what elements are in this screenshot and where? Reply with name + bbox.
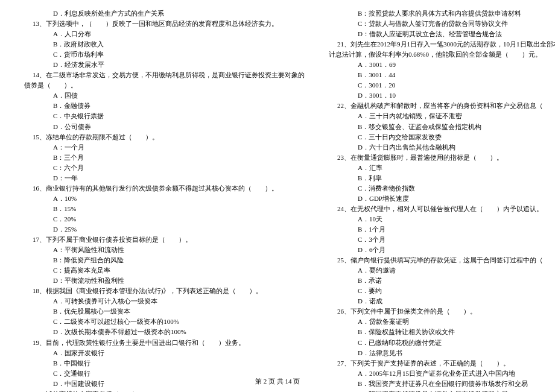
- option-line: B．承诺: [329, 276, 555, 286]
- option-line: C．三十日内交给国家发改委: [329, 132, 555, 142]
- option-line: A．国家开发银行: [24, 348, 305, 358]
- question-line: 27、下列关于资产支持证券的表述，不正确的是（ ）。: [329, 358, 555, 368]
- option-line: D．25%: [24, 224, 305, 235]
- document-page: D．利息反映所处生产方式的生产关系13、下列选项中，（ ）反映了一国和地区商品经…: [0, 0, 555, 392]
- option-line: D．GDP增长速度: [329, 194, 555, 204]
- question-line: 19、目前，代理政策性银行业务主要是中国进出口银行和（ ）业务。: [24, 338, 305, 348]
- option-line: A．人口分布: [24, 29, 305, 39]
- option-line: B．政府财政收入: [24, 39, 305, 49]
- option-line: B：降低资产组合的风险: [24, 255, 305, 265]
- option-line: C．20%: [24, 214, 305, 224]
- question-line: 21、刘先生在2012年9月1日存入一笔3000元的活期存款，10月1日取出全部…: [329, 39, 555, 49]
- question-line: 计息法计算，假设年利率为0.68%0，他能取回的全部金额是（ ）元。: [329, 49, 555, 60]
- option-line: D．经济发展水平: [24, 60, 305, 70]
- question-line: 26、下列文件中属于担保类文件的是（ ）。: [329, 306, 555, 317]
- option-line: A．10天: [329, 214, 555, 224]
- option-line: A．汇率: [329, 163, 555, 173]
- option-line: B．金融债券: [24, 101, 305, 111]
- option-line: C：提高资本充足率: [24, 265, 305, 276]
- option-line: A：一个月: [24, 142, 305, 153]
- question-line: 25、储户向银行提供填写完毕的存款凭证，这属于合同签订过程中的（ ）。: [329, 255, 555, 265]
- question-line: 债券是（ ）。: [24, 80, 305, 90]
- option-line: C：贷款人与借款人签订完备的贷款合同等协议文件: [329, 19, 555, 29]
- option-line: C．消费者物价指数: [329, 183, 555, 194]
- question-line: 16、商业银行持有的其他银行发行的次级债券余额不得超过其核心资本的（ ）。: [24, 183, 305, 194]
- question-line: 20、诚信审贷的内容不包括（ ）。: [24, 389, 305, 392]
- option-line: D．利息反映所处生产方式的生产关系: [24, 8, 305, 19]
- option-line: D．3001．10: [329, 90, 555, 101]
- option-line: B：按照贷款人要求的具体方式和内容提供贷款申请材料: [329, 8, 555, 19]
- option-line: B．中国银行: [24, 358, 305, 368]
- option-line: D：借款人应证明其设立合法、经营管理合规合法: [329, 29, 555, 39]
- question-line: 15、冻结单位的存款期限不超过（ ）。: [24, 132, 305, 142]
- question-line: 13、下列选项中，（ ）反映了一国和地区商品经济的发育程度和总体经济实力。: [24, 19, 305, 29]
- two-column-layout: D．利息反映所处生产方式的生产关系13、下列选项中，（ ）反映了一国和地区商品经…: [24, 8, 531, 370]
- page-footer: 第 2 页 共 14 页: [0, 377, 555, 386]
- option-line: B．3001．44: [329, 70, 555, 80]
- option-line: C．二级资本可以超过核心一级资本的100%: [24, 317, 305, 327]
- question-line: 17、下列不属于商业银行债券投资目标的是（ ）。: [24, 235, 305, 245]
- question-line: 14、在二级市场非常发达，交易方便，不用缴纳利息所得税，是商业银行证券投资主要对…: [24, 70, 305, 80]
- right-column: B：按照贷款人要求的具体方式和内容提供贷款申请材料C：贷款人与借款人签订完备的贷…: [329, 8, 555, 370]
- option-line: A．贷款备案证明: [329, 317, 555, 327]
- option-line: A．国债: [24, 90, 305, 101]
- option-line: B．移交银监会、证监会或保监会指定机构: [329, 122, 555, 132]
- option-line: C．我国资产支持证券只在证券交易市场发行和交易: [329, 389, 555, 392]
- option-line: D：一年: [24, 173, 305, 183]
- option-line: B．利率: [329, 173, 555, 183]
- question-line: 18、根据我国《商业银行资本管理办法(试行)》，下列表述正确的是（ ）。: [24, 286, 305, 296]
- option-line: B．保险权益转让相关协议或文件: [329, 327, 555, 337]
- option-line: C．3001．20: [329, 80, 555, 90]
- option-line: C．中央银行票据: [24, 111, 305, 121]
- option-line: B．1个月: [329, 224, 555, 235]
- option-line: D．诺成: [329, 296, 555, 306]
- left-column: D．利息反映所处生产方式的生产关系13、下列选项中，（ ）反映了一国和地区商品经…: [24, 8, 305, 370]
- option-line: A：平衡风险性和流动性: [24, 245, 305, 255]
- option-line: D．公司债券: [24, 122, 305, 132]
- option-line: C：六个月: [24, 163, 305, 173]
- question-line: 23、在衡量通货膨胀时，最普遍使用的指标是（ ）。: [329, 153, 555, 163]
- option-line: C．3个月: [329, 235, 555, 245]
- option-line: D．法律意见书: [329, 348, 555, 358]
- option-line: D．六十日内出售给其他金融机构: [329, 142, 555, 153]
- option-line: D：平衡流动性和盈利性: [24, 276, 305, 286]
- option-line: A．要约邀请: [329, 265, 555, 276]
- question-line: 22、金融机构破产和解散时，应当将客户的身份资料和客户交易信息（ ）。: [329, 101, 555, 111]
- option-line: A．3001．69: [329, 60, 555, 70]
- option-line: B．15%: [24, 204, 305, 214]
- option-line: A．三十日内就地销毁，保证不泄密: [329, 111, 555, 121]
- option-line: A．10%: [24, 194, 305, 204]
- option-line: C．货币市场利率: [24, 49, 305, 60]
- question-line: 24、在无权代理中，相对人可以催告被代理人在（ ）内予以追认。: [329, 204, 555, 214]
- option-line: C．要约: [329, 286, 555, 296]
- option-line: B：三个月: [24, 153, 305, 163]
- option-line: C．已缴纳印花税的缴付凭证: [329, 338, 555, 348]
- option-line: D．6个月: [329, 245, 555, 255]
- option-line: B．优先股属核心一级资本: [24, 306, 305, 317]
- option-line: D．次级长期本债券不得超过一级资本的100%: [24, 327, 305, 337]
- option-line: A．可转换债券可计入核心一级资本: [24, 296, 305, 306]
